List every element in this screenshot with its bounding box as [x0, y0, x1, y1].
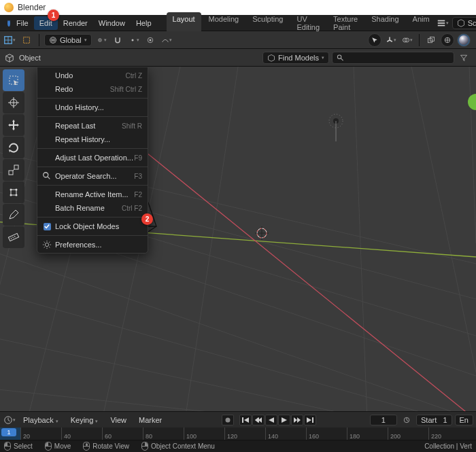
tab-anim[interactable]: Anim: [407, 12, 436, 34]
menu-file[interactable]: File: [11, 16, 34, 30]
svg-line-32: [354, 67, 367, 411]
blender-app-icon: [4, 3, 14, 12]
menu-item-repeat-history[interactable]: Repeat History...: [37, 133, 148, 146]
tab-shading[interactable]: Shading: [365, 12, 405, 34]
jump-to-start[interactable]: [239, 415, 252, 425]
cube-icon: [267, 54, 275, 62]
find-models-dropdown[interactable]: Find Models ▾: [262, 52, 329, 64]
proportional-edit-toggle[interactable]: [143, 33, 157, 47]
tab-texture-paint[interactable]: Texture Paint: [327, 12, 364, 34]
menu-help[interactable]: Help: [131, 16, 157, 30]
gizmo-visibility-dropdown[interactable]: ▾: [384, 33, 398, 47]
svg-point-18: [337, 54, 341, 58]
svg-point-63: [10, 194, 12, 196]
orientation-dropdown[interactable]: Global ▾: [44, 34, 92, 46]
viewport[interactable]: UndoCtrl ZRedoShift Ctrl ZUndo History..…: [0, 67, 476, 411]
shading-wireframe[interactable]: [441, 33, 454, 47]
menu-item-rename-active-item[interactable]: Rename Active Item...F2: [37, 188, 148, 201]
menu-item-preferences[interactable]: Preferences...: [37, 238, 148, 251]
svg-rect-84: [242, 417, 243, 423]
svg-line-82: [8, 420, 10, 421]
filter-dropdown[interactable]: [457, 51, 471, 65]
auto-key-toggle[interactable]: [222, 415, 234, 425]
jump-prev-key[interactable]: [252, 415, 265, 425]
svg-rect-65: [8, 233, 18, 241]
status-hint-label: Select: [14, 442, 33, 450]
svg-line-26: [0, 332, 374, 411]
playhead[interactable]: 1: [1, 428, 16, 436]
svg-marker-89: [255, 417, 258, 423]
timeline-menu-view[interactable]: View: [105, 413, 132, 427]
pivot-dropdown[interactable]: ▾: [95, 33, 108, 47]
status-hint-rotate-view: Rotate View: [83, 442, 129, 451]
snap-dropdown[interactable]: ▾: [127, 33, 141, 47]
tool-select-box[interactable]: [3, 69, 24, 91]
ruler-tick: 80: [143, 428, 152, 440]
svg-point-12: [149, 39, 151, 41]
shading-solid[interactable]: [457, 33, 471, 47]
editor-type-icon[interactable]: ▾: [3, 33, 16, 47]
menu-item-undo-history[interactable]: Undo History...: [37, 101, 148, 114]
play-reverse[interactable]: [265, 415, 277, 425]
tab-sculpting[interactable]: Sculpting: [246, 12, 289, 34]
svg-line-27: [0, 386, 286, 411]
menu-separator: [37, 167, 148, 167]
timeline-menu-marker[interactable]: Marker: [133, 413, 167, 427]
menu-item-operator-search[interactable]: Operator Search...F3: [37, 169, 148, 183]
tool-cursor[interactable]: [3, 92, 24, 114]
tool-measure[interactable]: [3, 226, 24, 248]
svg-rect-60: [11, 190, 16, 195]
proportional-falloff-dropdown[interactable]: ▾: [160, 33, 173, 47]
toggle-selectability[interactable]: [368, 33, 381, 47]
tab-layout[interactable]: Layout: [167, 12, 201, 34]
jump-next-key[interactable]: [291, 415, 303, 425]
timeline-ruler[interactable]: 1 20406080100120140160180200220: [0, 428, 476, 440]
overlay-dropdown[interactable]: ▾: [401, 33, 414, 47]
interaction-mode-icon[interactable]: [19, 33, 34, 47]
tool-annotate[interactable]: [3, 204, 24, 226]
menu-item-label: Preferences...: [52, 241, 142, 249]
end-frame-field[interactable]: En: [455, 415, 473, 425]
cube-icon: [5, 53, 14, 63]
timeline-header: ▾ Playback ▾ Keying ▾ View Marker 1 Star…: [0, 411, 476, 428]
timeline-editor-type[interactable]: ▾: [3, 413, 16, 427]
editor-header-2: Object Find Models ▾: [0, 49, 476, 67]
scene-name-field[interactable]: Scene: [452, 17, 476, 29]
find-models-label: Find Models: [278, 54, 319, 62]
tab-modeling[interactable]: Modeling: [203, 12, 245, 34]
object-mode-dropdown[interactable]: [3, 51, 16, 65]
snap-toggle[interactable]: [111, 33, 124, 47]
tool-scale[interactable]: [3, 159, 24, 181]
jump-to-end[interactable]: [304, 415, 316, 425]
menu-item-label: Repeat Last: [52, 122, 122, 130]
status-hint-move: Move: [45, 442, 71, 451]
frame-range-lock[interactable]: [400, 413, 413, 427]
timeline-menu-playback[interactable]: Playback ▾: [18, 413, 64, 427]
menu-separator: [37, 116, 148, 117]
scene-browse-icon[interactable]: ▾: [436, 16, 449, 30]
start-frame-field[interactable]: Start 1: [416, 415, 452, 425]
menu-item-redo[interactable]: RedoShift Ctrl Z: [37, 82, 148, 96]
tool-transform[interactable]: [3, 181, 24, 203]
svg-marker-90: [258, 417, 262, 423]
current-frame-field[interactable]: 1: [370, 415, 397, 425]
timeline-menu-keying[interactable]: Keying ▾: [65, 413, 104, 427]
tab-uv-editing[interactable]: UV Editing: [290, 12, 326, 34]
menu-render[interactable]: Render: [58, 16, 93, 30]
menu-item-adjust-last-operation[interactable]: Adjust Last Operation...F9: [37, 151, 148, 164]
tool-move[interactable]: [3, 114, 24, 136]
svg-line-67: [13, 237, 14, 239]
menu-window[interactable]: Window: [93, 16, 131, 30]
tool-rotate[interactable]: [3, 137, 24, 158]
svg-marker-91: [269, 417, 274, 423]
play[interactable]: [278, 415, 290, 425]
search-field[interactable]: [332, 52, 454, 64]
menu-item-repeat-last[interactable]: Repeat LastShift R: [37, 119, 148, 133]
xray-toggle[interactable]: [424, 33, 438, 47]
menu-item-batch-rename[interactable]: Batch RenameCtrl F2: [37, 201, 148, 215]
menu-item-label: Redo: [52, 85, 110, 93]
menu-item-undo[interactable]: UndoCtrl Z: [37, 69, 148, 82]
svg-point-62: [16, 189, 18, 191]
search-input[interactable]: [347, 54, 449, 62]
menu-item-lock-object-modes[interactable]: Lock Object Modes: [37, 220, 148, 233]
